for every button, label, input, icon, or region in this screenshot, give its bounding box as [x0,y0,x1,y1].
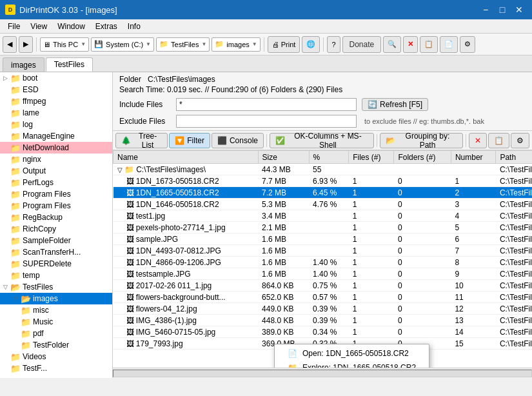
tree-item-testfolder[interactable]: 📁 TestFolder [0,339,112,351]
col-number[interactable]: Number [451,151,495,164]
row-path: C:\TestFile... [496,187,532,199]
toolbar-extra-1[interactable]: 📋 [420,36,438,53]
copy-button[interactable]: 📋 [488,133,509,148]
table-row[interactable]: 🖼 1DN_4493-07-0812.JPG 1.6 MB 1 0 7 C:\T… [113,245,533,257]
tree-list-button[interactable]: 🌲 Tree-List [115,133,168,148]
table-row[interactable]: ▽ 📁 C:\TestFiles\images\ 44.3 MB 55 C:\T… [113,164,533,175]
tree-item-output[interactable]: 📁 Output [0,165,112,177]
this-pc-dropdown[interactable]: 🖥 This PC ▼ [40,37,89,52]
table-row[interactable]: 🖼 1DN_1673-050518.CR2 7.7 MB 6.93 % 1 0 … [113,175,533,187]
tab-testfiles[interactable]: TestFiles [46,57,93,72]
tree-item-programfiles1[interactable]: 📁 Program Files [0,188,112,200]
remove-button[interactable]: ✕ [469,133,487,148]
cancel-button[interactable]: ✕ [403,36,418,53]
tab-images[interactable]: images [3,57,44,72]
table-row[interactable]: 🖼 flowers-background-butt... 652.0 KB 0.… [113,292,533,303]
action-sep-1 [266,134,267,147]
tree-item-misc[interactable]: 📁 misc [0,304,112,316]
menu-info[interactable]: Info [123,21,146,32]
toolbar-extra-2[interactable]: 📄 [440,36,458,53]
search-button[interactable]: 🔍 [383,36,401,53]
tree-item-music[interactable]: 📁 Music [0,316,112,328]
tree-item-lame[interactable]: 📁 lame [0,107,112,119]
tree-item-temp[interactable]: 📁 temp [0,270,112,281]
row-pct: 1.40 % [309,268,349,280]
folder-tree[interactable]: ▷ 📁 boot 📁 ESD 📁 ffmpeg 📁 lame 📁 log 📁 [0,72,113,378]
tree-item-testf[interactable]: 📁 TestF... [0,362,112,374]
print-button[interactable]: 🖨 Print [268,36,300,53]
exclude-files-input[interactable] [176,115,357,128]
internet-button[interactable]: 🌐 [302,36,320,53]
images-icon: 📁 [215,40,224,48]
table-row[interactable]: 🖼 1DN_4866-09-1206.JPG 1.6 MB 1.40 % 1 0… [113,257,533,268]
menu-extras[interactable]: Extras [90,21,123,32]
table-row[interactable]: 🖼 test1.jpg 3.4 MB 1 0 4 C:\TestFile... [113,210,533,222]
table-row[interactable]: 🖼 pexels-photo-27714_1.jpg 2.1 MB 1 0 5 … [113,222,533,233]
refresh-button[interactable]: 🔄 Refresh [F5] [362,98,428,111]
col-pct[interactable]: % [309,151,349,164]
tree-item-regbackup[interactable]: 📁 RegBackup [0,212,112,223]
images-dropdown[interactable]: 📁 images ▼ [212,37,260,52]
toolbar-settings[interactable]: ⚙ [460,36,475,53]
col-files[interactable]: Files (#) [349,151,394,164]
close-button[interactable]: ✕ [511,2,527,17]
table-row[interactable]: 🖼 IMG_5460-0715-05.jpg 389.0 KB 0.34 % 1… [113,326,533,338]
tree-item-scantransfer[interactable]: 📁 ScanTransferH... [0,246,112,258]
menu-file[interactable]: File [3,21,25,32]
tree-item-esd[interactable]: 📁 ESD [0,84,112,95]
tree-item-perflogs[interactable]: 📁 PerfLogs [0,177,112,188]
donate-button[interactable]: Donate [342,36,382,53]
include-files-input[interactable] [176,98,357,111]
table-row[interactable]: 🖼 testsample.JPG 1.6 MB 1.40 % 1 0 9 C:\… [113,268,533,280]
horizontal-scrollbar[interactable] [113,370,532,377]
tree-item-samplefolder[interactable]: 📁 SampleFolder [0,235,112,246]
table-row[interactable]: 🖼 flowers-04_12.jpg 449.0 KB 0.39 % 1 0 … [113,303,533,315]
tree-item-richcopy[interactable]: 📁 RichCopy [0,223,112,235]
tree-item-images[interactable]: ▽ 📂 images [0,293,112,304]
toolbar-nav-back[interactable]: ◀ [3,36,17,53]
tree-item-ffmpeg[interactable]: 📁 ffmpeg [0,95,112,107]
settings-button[interactable]: ⚙ [511,133,529,148]
file-icon: 🖼 [126,339,134,348]
minimize-button[interactable]: − [478,2,493,17]
grouping-button[interactable]: 📂 Grouping by: Path [380,133,463,148]
maximize-button[interactable]: □ [495,2,510,17]
row-pct: 55 [309,164,349,175]
ok-columns-button[interactable]: ✅ OK-Columns + MS-Shell [270,133,374,148]
col-folders[interactable]: Folders (#) [394,151,451,164]
table-row[interactable]: 🖼 IMG_4386-(1).jpg 448.0 KB 0.39 % 1 0 1… [113,315,533,326]
table-row-selected[interactable]: 🖼 1DN_1665-050518.CR2 7.2 MB 6.45 % 1 0 … [113,187,533,199]
tree-item-programfiles2[interactable]: 📁 Program Files [0,200,112,212]
file-icon: 🖼 [126,223,134,232]
tree-item-manageengine[interactable]: 📁 ManageEngine [0,130,112,142]
table-row[interactable]: 🖼 1DN_1646-050518.CR2 5.3 MB 4.76 % 1 0 … [113,199,533,210]
context-explore[interactable]: 📁 Explore: 1DN_1665-050518.CR2 [275,361,429,368]
tree-item-boot[interactable]: ▷ 📁 boot [0,72,112,84]
file-table-container[interactable]: Name Size % Files (#) Folders (#) Number… [113,150,532,368]
row-num: 11 [451,292,495,303]
help-button[interactable]: ? [327,36,340,53]
table-row[interactable]: 🖼 2017-02-26 011_1.jpg 864.0 KB 0.75 % 1… [113,280,533,292]
toolbar-nav-forward[interactable]: ▶ [19,36,33,53]
filter-button[interactable]: 🔽 Filter [169,133,210,148]
tree-item-log[interactable]: 📁 log [0,119,112,130]
col-size[interactable]: Size [258,151,309,164]
menu-window[interactable]: Window [52,21,90,32]
filter-icon: 🔽 [175,136,184,145]
table-row[interactable]: 🖼 sample.JPG 1.6 MB 1 0 6 C:\TestFile...… [113,233,533,245]
file-icon: 🖼 [126,200,134,209]
console-button[interactable]: ⬛ Console [212,133,264,148]
testfiles-dropdown[interactable]: 📁 TestFiles ▼ [156,37,210,52]
context-open[interactable]: 📄 Open: 1DN_1665-050518.CR2 [275,346,429,361]
tree-item-videos[interactable]: 📁 Videos [0,351,112,362]
tree-item-testfiles[interactable]: ▽ 📂 TestFiles [0,281,112,293]
col-path[interactable]: Path [496,151,532,164]
tree-item-pdf[interactable]: 📁 pdf [0,328,112,339]
tree-item-netdownload[interactable]: 📁 NetDownload [0,142,112,153]
system-c-dropdown[interactable]: 💾 System (C:) ▼ [91,37,154,52]
tree-item-nginx[interactable]: 📁 nginx [0,153,112,165]
col-name[interactable]: Name [113,151,259,164]
tree-item-superdelete[interactable]: 📁 SUPERDelete [0,258,112,270]
menu-view[interactable]: View [25,21,52,32]
main-layout: ▷ 📁 boot 📁 ESD 📁 ffmpeg 📁 lame 📁 log 📁 [0,72,532,378]
